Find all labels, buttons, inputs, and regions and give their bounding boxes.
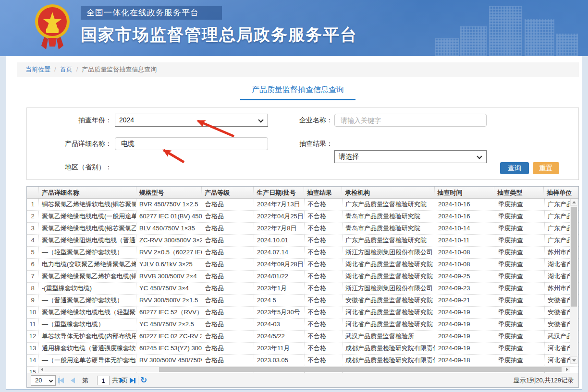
cell-inspection-result: 不合格 (305, 307, 343, 318)
cell-row-number: 2 (27, 211, 39, 222)
cell-inspection-agency: 湖北省产品质量监督检验研究院 (343, 271, 435, 282)
breadcrumb-separator: / (76, 66, 78, 73)
triangle-left-icon (41, 368, 43, 371)
cell-spec-model: BVVB 300/500V 2×4 (136, 271, 202, 282)
last-page-icon (130, 378, 134, 383)
cell-inspection-agency: 安徽省产品质量监督检验研究院 (343, 295, 435, 306)
table-row[interactable]: 6 电力电缆(交联聚乙烯绝缘聚氯乙烯护 YJLV 0.6/1kV 3×25 合格… (27, 259, 578, 271)
reset-button[interactable]: 重置 (533, 162, 559, 174)
table-row[interactable]: 5 —（轻型聚氯乙烯护套软线） RVV 2×0.5（60227 IEC 合格品 … (27, 247, 578, 259)
cell-production-date: 2024.07.14 (254, 247, 305, 258)
header-product-name: 产品详细名称 (39, 187, 136, 198)
cell-product-name: —（一般用途单芯硬导体无护套电缆) (39, 355, 136, 366)
cell-inspection-agency: 浙江方圆检测集团股份有限公司 (343, 283, 435, 294)
search-button[interactable]: 查询 (500, 162, 529, 174)
cell-production-date: 2023年1月 (254, 283, 305, 294)
cell-sampling-unit: 武汉产品 (545, 331, 571, 342)
year-label: 抽查年份： (27, 114, 112, 127)
cell-production-date: 2024/5/22 (254, 331, 305, 342)
scroll-up-button[interactable] (570, 199, 577, 206)
cell-inspection-result: 不合格 (305, 235, 343, 246)
cell-inspection-type: 季度抽查 (495, 223, 545, 234)
cell-inspection-agency: 青岛市产品质量检验研究院 (343, 211, 435, 222)
next-page-icon (120, 378, 124, 383)
page: 全国一体化在线政务服务平台 国家市场监督管理总局政务服务平台 当前位置/首页/产… (0, 0, 588, 392)
vertical-scrollbar-thumb[interactable] (571, 207, 577, 307)
cell-product-name: —（普通聚氯乙烯护套软线） (39, 295, 136, 306)
cell-production-date: 2024年09月28日 (254, 259, 305, 270)
breadcrumb-separator: / (54, 66, 56, 73)
table-row[interactable]: 8 -(重型橡套软电缆) YC 450/750V 3×4 合格品 2023年1月… (27, 283, 578, 295)
cell-spec-model: YJLV 0.6/1kV 3×25 (136, 259, 202, 270)
site-title: 国家市场监督管理总局政务服务平台 (81, 24, 357, 46)
cell-production-date: 2023年5月30号 (254, 307, 305, 318)
cell-inspection-type: 季度抽查 (495, 331, 545, 342)
table-row[interactable]: 2 聚氯乙烯绝缘电线电缆(一般用途单芯 60277 IEC 01(BV) 450… (27, 211, 578, 223)
table-row[interactable]: 14 —（一般用途单芯硬导体无护套电缆) BV 300/500V 450/750… (27, 355, 578, 367)
scroll-right-button[interactable] (564, 367, 570, 372)
prev-page-button[interactable] (68, 376, 77, 385)
prev-page-icon (71, 378, 75, 383)
tab-query[interactable]: 产品质量监督抽查信息查询 (240, 83, 355, 100)
cell-product-name: 通用橡套软电缆（普通强度橡套软线） (39, 343, 136, 354)
cell-product-name: 单芯软导体无护套电缆(内部布线用导 (39, 331, 136, 342)
horizontal-scrollbar[interactable] (39, 366, 570, 372)
cell-sampling-unit: 河北省产 (545, 343, 571, 354)
cell-sampling-unit: 河北省产 (545, 355, 571, 366)
table-row[interactable]: 12 单芯软导体无护套电缆(内部布线用导 60227 IEC 02 ZC-RV … (27, 331, 578, 343)
table-row[interactable]: 7 聚氯乙烯绝缘聚氯乙烯护套电缆(铜芯 BVVB 300/500V 2×4 合格… (27, 271, 578, 283)
cell-product-grade: 合格品 (202, 247, 254, 258)
last-page-button[interactable] (128, 376, 137, 385)
page-number-input[interactable] (97, 376, 110, 385)
cell-row-number: 1 (27, 199, 39, 210)
vertical-scrollbar[interactable] (570, 199, 577, 364)
cell-spec-model: RVV 300/500V 2×1.5（ (136, 295, 202, 306)
table-row[interactable]: 10 聚氯乙烯绝缘软电缆电线（轻型聚氯乙 60277 IEC 52（RVV） 3… (27, 307, 578, 319)
cell-inspection-agency: 武汉产品质量监督检验所 (343, 331, 435, 342)
cell-production-date: 2024年7月13日 (254, 199, 305, 210)
cell-inspection-result: 不合格 (305, 319, 343, 330)
year-select-value: 2024 (119, 116, 134, 124)
cell-inspection-type: 季度抽查 (495, 247, 545, 258)
result-select[interactable]: 请选择 (334, 150, 487, 163)
horizontal-scrollbar-thumb[interactable] (159, 367, 562, 372)
refresh-icon[interactable]: ↻ (140, 373, 147, 388)
breadcrumb: 当前位置/首页/产品质量监督抽查信息查询 (17, 62, 579, 77)
first-page-button[interactable] (57, 376, 65, 385)
cell-sampling-unit: 苏州市产 (545, 283, 571, 294)
cell-production-date: 2022年04月25日 (254, 211, 305, 222)
company-input[interactable] (334, 114, 487, 127)
cell-row-number: 6 (27, 259, 39, 270)
cell-spec-model: BV 300/500V 450/750V (136, 355, 202, 366)
cell-inspection-time: 2024-10-08 (435, 247, 495, 258)
table-row[interactable]: 1 铜芯聚氯乙烯绝缘软电线(铜芯聚氯乙 BVR 450/750V 1×2.5 合… (27, 199, 578, 211)
breadcrumb-home-link[interactable]: 首页 (60, 66, 73, 73)
next-page-button[interactable] (117, 376, 126, 385)
cell-inspection-agency: 广东产品质量监督检验研究院 (343, 235, 435, 246)
table-row[interactable]: 11 —（重型橡套软电缆） YC 450/750V 2×2.5 合格品 2024… (27, 319, 578, 331)
product-input[interactable] (115, 137, 268, 150)
table-row[interactable]: 9 —（普通聚氯乙烯护套软线） RVV 300/500V 2×1.5（ 合格品 … (27, 295, 578, 307)
cell-inspection-type: 季度抽查 (495, 271, 545, 282)
table-row[interactable]: 4 聚氯乙烯绝缘阻燃电缆电线（普通聚氯 ZC-RVV 300/500V 3×2 … (27, 235, 578, 247)
cell-spec-model: RVV 2×0.5（60227 IEC (136, 247, 202, 258)
cell-inspection-time: 2024-09-19 (435, 331, 495, 342)
building-decoration (525, 19, 554, 56)
cell-product-name: 电力电缆(交联聚乙烯绝缘聚氯乙烯护 (39, 259, 136, 270)
cell-sampling-unit: 广东产品 (545, 199, 571, 210)
table-body: 1 铜芯聚氯乙烯绝缘软电线(铜芯聚氯乙 BVR 450/750V 1×2.5 合… (27, 199, 578, 373)
cell-inspection-result: 不合格 (305, 259, 343, 270)
cell-spec-model: YC 450/750V 3×4 (136, 283, 202, 294)
page-size-select[interactable]: 20 (31, 375, 56, 386)
year-select[interactable]: 2024 (115, 114, 268, 127)
table-row[interactable]: 13 通用橡套软电缆（普通强度橡套软线） 60245 IEC 53(YZ) 30… (27, 343, 578, 355)
building-decoration (435, 38, 459, 56)
scroll-left-button[interactable] (39, 367, 45, 372)
cell-row-number: 7 (27, 271, 39, 282)
company-label: 企业名称： (248, 114, 333, 127)
table-row[interactable]: 3 聚氯乙烯绝缘电线电缆(铝芯聚氯乙烯 BLV 450/750V 1×35 合格… (27, 223, 578, 235)
cell-product-name: 聚氯乙烯绝缘软电缆电线（轻型聚氯乙 (39, 307, 136, 318)
scroll-down-button[interactable] (570, 356, 577, 364)
cell-inspection-type: 季度抽查 (495, 355, 545, 366)
cell-inspection-type: 季度抽查 (495, 307, 545, 318)
